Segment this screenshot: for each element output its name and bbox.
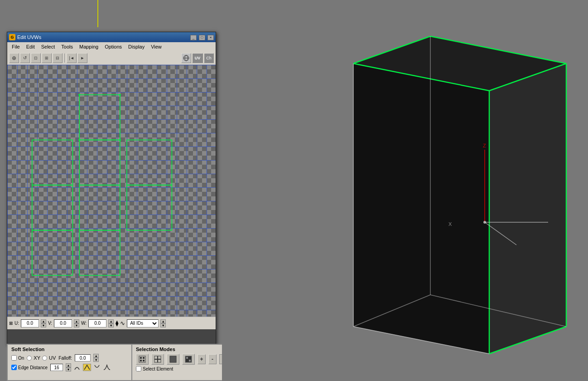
svg-marker-31 <box>353 64 489 354</box>
radio-xy[interactable] <box>27 356 32 361</box>
edge-distance-value-input[interactable] <box>50 364 63 371</box>
falloff-spin-group: ▲ ▼ <box>93 354 99 362</box>
minus-btn[interactable]: - <box>208 354 217 364</box>
edge-distance-label: Edge Distance <box>18 365 48 370</box>
toolbar-rotate-btn[interactable]: ↺ <box>20 53 30 63</box>
u-spin-up[interactable]: ▲ <box>41 319 46 323</box>
toolbar-move-btn[interactable]: ⊕ <box>9 53 19 63</box>
curve-icon-4 <box>103 364 111 371</box>
radio-group: XY UV <box>27 355 56 361</box>
yellow-line-indicator <box>97 0 98 27</box>
svg-rect-17 <box>140 357 142 359</box>
relative-toggle-icon[interactable]: ∿ <box>120 320 125 327</box>
curve-icon-1 <box>74 364 80 371</box>
edge-distance-spin-up[interactable]: ▲ <box>66 363 71 367</box>
svg-rect-8 <box>79 185 120 230</box>
toolbar-freeform-btn[interactable]: ⊞ <box>42 53 52 63</box>
soft-selection-row2: Edge Distance ▲ ▼ <box>11 363 128 371</box>
absolute-toggle-icon[interactable]: ⧫ <box>116 320 118 327</box>
toolbar-scale-btn[interactable]: ⊡ <box>31 53 41 63</box>
toolbar-sphere-btn[interactable] <box>181 53 191 63</box>
falloff-input[interactable] <box>75 354 91 361</box>
svg-marker-32 <box>489 64 566 354</box>
svg-rect-3 <box>79 95 120 140</box>
v-spin-group: ▲ ▼ <box>74 319 79 327</box>
curve-icon-3 <box>94 364 100 371</box>
u-coord-label: U: <box>14 321 19 326</box>
select-element-label: Select Element <box>143 366 173 371</box>
v-spin-up[interactable]: ▲ <box>74 319 79 323</box>
channel-spin-down[interactable]: ▼ <box>160 323 166 327</box>
select-element-checkbox[interactable] <box>136 366 141 371</box>
mode-edge-btn[interactable] <box>151 354 164 365</box>
uvw-bottom-bar: ⊠ U: ▲ ▼ V: ▲ ▼ W: ▲ ▼ ⧫ ∿ All IDs ▲ ▼ <box>7 317 216 329</box>
soft-selection-panel: Soft Selection On XY UV Falloff: ▲ ▼ Ed <box>7 344 131 381</box>
menu-options[interactable]: Options <box>102 43 125 50</box>
window-controls: _ □ × <box>189 34 214 40</box>
menu-select[interactable]: Select <box>39 43 58 50</box>
mode-vertex-btn[interactable] <box>136 354 149 365</box>
w-coord-input[interactable] <box>88 319 106 327</box>
edge-distance-checkbox[interactable] <box>11 365 17 370</box>
menu-mapping[interactable]: Mapping <box>77 43 101 50</box>
on-label: On <box>18 356 24 361</box>
channel-spin-up[interactable]: ▲ <box>160 319 166 323</box>
viewport-svg: Z X <box>222 0 588 381</box>
mode-element-btn[interactable] <box>182 354 195 365</box>
menu-edit[interactable]: Edit <box>24 43 38 50</box>
toolbar-first-btn[interactable]: |◄ <box>67 53 77 63</box>
menu-display[interactable]: Display <box>125 43 147 50</box>
mode-face-btn[interactable] <box>167 354 179 365</box>
radio-xy-label: XY <box>34 355 40 361</box>
toolbar-ch-btn[interactable]: Ch <box>204 53 214 63</box>
svg-text:Z: Z <box>483 143 486 148</box>
svg-rect-9 <box>127 185 172 230</box>
v-spin-down[interactable]: ▼ <box>74 323 79 327</box>
svg-point-15 <box>119 139 121 141</box>
u-spin-group: ▲ ▼ <box>41 319 46 327</box>
edge-distance-spin-down[interactable]: ▼ <box>66 367 71 371</box>
svg-point-13 <box>119 94 121 96</box>
plus-btn[interactable]: + <box>198 354 206 364</box>
close-button[interactable]: × <box>207 35 214 40</box>
falloff-spin-down[interactable]: ▼ <box>93 358 99 362</box>
falloff-spin-up[interactable]: ▲ <box>93 354 99 358</box>
svg-point-50 <box>483 221 486 224</box>
select-element-checkbox-item: Select Element <box>136 366 173 371</box>
w-coord-label: W: <box>81 321 87 326</box>
svg-rect-5 <box>79 140 120 185</box>
svg-rect-27 <box>189 360 191 361</box>
toolbar-play-btn[interactable]: ► <box>77 53 87 63</box>
menu-tools[interactable]: Tools <box>58 43 76 50</box>
toolbar-mirror-h-btn[interactable]: ⊟ <box>53 53 63 63</box>
u-spin-down[interactable]: ▼ <box>41 323 46 327</box>
svg-rect-18 <box>143 357 145 359</box>
app-icon: G <box>9 34 15 40</box>
svg-rect-6 <box>127 140 172 185</box>
channel-spin-group: ▲ ▼ <box>160 319 166 327</box>
svg-text:X: X <box>448 221 452 227</box>
menu-view[interactable]: View <box>148 43 164 50</box>
viewport-3d[interactable]: Z X <box>222 0 588 381</box>
menu-file[interactable]: File <box>9 43 23 50</box>
minimize-button[interactable]: _ <box>190 35 197 40</box>
radio-uv-label: UV <box>49 355 56 361</box>
curve-icon-2-active[interactable] <box>83 364 91 371</box>
svg-rect-24 <box>170 356 176 362</box>
channel-dropdown[interactable]: All IDs <box>127 319 159 327</box>
svg-rect-26 <box>186 357 188 359</box>
w-spin-up[interactable]: ▲ <box>108 319 114 323</box>
maximize-button[interactable]: □ <box>199 35 205 40</box>
toolbar-uv-btn[interactable]: UV <box>192 53 203 63</box>
w-spin-down[interactable]: ▼ <box>108 323 114 327</box>
edge-distance-checkbox-item: Edge Distance <box>11 365 48 370</box>
v-coord-input[interactable] <box>54 319 72 327</box>
u-coord-input[interactable] <box>21 319 39 327</box>
radio-uv[interactable] <box>42 356 47 361</box>
uvw-titlebar[interactable]: G Edit UVWs _ □ × <box>7 32 216 42</box>
svg-rect-4 <box>32 140 73 185</box>
u-coord-icon: ⊠ <box>9 321 13 326</box>
on-checkbox[interactable] <box>11 355 17 361</box>
uv-shape-overlay <box>7 65 216 317</box>
uvw-canvas[interactable] <box>7 65 216 317</box>
